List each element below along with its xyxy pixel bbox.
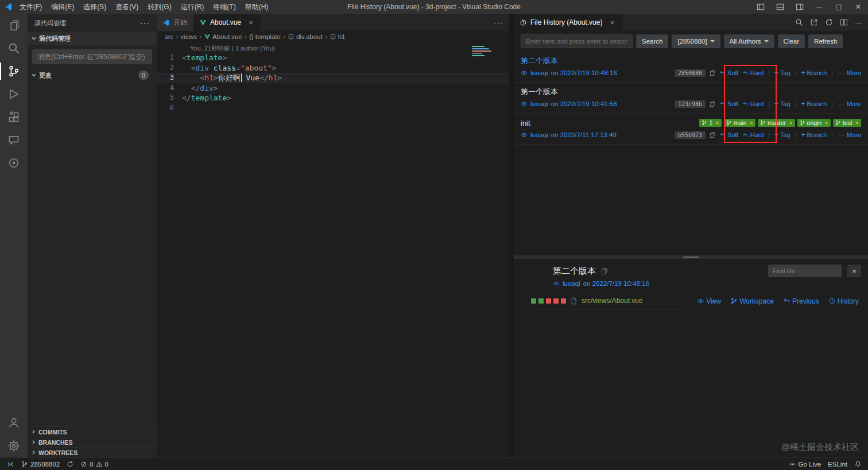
commit-author-link[interactable]: luoaqi on 2022/7/19 10:48:16 xyxy=(521,69,617,76)
breadcrumb-src[interactable]: src xyxy=(165,33,173,40)
detail-author-link[interactable]: luoaqi on 2022/7/19 10:48:16 xyxy=(553,278,868,289)
tab-welcome[interactable]: 开始 xyxy=(157,14,193,31)
commit-row[interactable]: 第二个版本 luoaqi on 2022/7/19 10:48:16 28508… xyxy=(514,52,868,83)
branch-tag[interactable]: master× xyxy=(758,119,795,127)
branch-tag[interactable]: test× xyxy=(833,119,861,127)
changed-file-row[interactable]: src/views/About.vue View Workspace Previ… xyxy=(531,297,859,309)
menu-run[interactable]: 运行(R) xyxy=(176,0,209,14)
authors-filter-dropdown[interactable]: All Authors xyxy=(724,34,774,48)
more-actions-button[interactable]: ···More xyxy=(838,100,861,107)
reset-soft-button[interactable]: Soft xyxy=(719,100,739,107)
run-debug-icon[interactable] xyxy=(0,83,28,106)
branch-indicator[interactable]: 28508802 xyxy=(18,458,63,470)
code-line-current[interactable]: 3 <h1>你好啊 Vue</h1> xyxy=(157,73,509,83)
editor-actions-more-icon[interactable]: ··· xyxy=(494,18,503,27)
minimize-button[interactable]: ─ xyxy=(809,0,829,14)
close-tab-icon[interactable]: × xyxy=(608,18,616,27)
code-editor[interactable]: You, 21秒钟前 | 1 author (You) 1 <template>… xyxy=(157,42,509,113)
view-button[interactable]: View xyxy=(697,297,721,305)
settings-gear-icon[interactable] xyxy=(0,434,28,457)
account-icon[interactable] xyxy=(0,411,28,434)
reset-hard-button[interactable]: Hard xyxy=(742,131,764,138)
file-path-link[interactable]: src/views/About.vue xyxy=(582,297,643,305)
editor-group-splitter[interactable] xyxy=(509,14,514,457)
gitlens-authors-lens[interactable]: You, 21秒钟前 | 1 author (You) xyxy=(157,44,509,53)
menu-file[interactable]: 文件(F) xyxy=(15,0,46,14)
more-actions-button[interactable]: ···More xyxy=(838,69,861,76)
menu-selection[interactable]: 选择(S) xyxy=(79,0,111,14)
create-tag-button[interactable]: +Tag xyxy=(774,100,790,107)
extensions-icon[interactable] xyxy=(0,106,28,129)
copy-icon[interactable] xyxy=(709,100,716,107)
refresh-button[interactable]: Refresh xyxy=(808,34,843,48)
repo-section-header[interactable]: 源代码管理 xyxy=(28,32,157,45)
create-branch-button[interactable]: +Branch xyxy=(801,131,827,138)
minimap[interactable] xyxy=(471,45,499,108)
tag-close-icon[interactable]: × xyxy=(824,119,828,126)
tag-close-icon[interactable]: × xyxy=(855,119,859,126)
branch-tag[interactable]: origin× xyxy=(797,119,831,127)
breadcrumb-file[interactable]: About.vue xyxy=(212,33,242,40)
explorer-icon[interactable] xyxy=(0,14,28,37)
tab-about-vue[interactable]: About.vue × xyxy=(193,14,261,31)
code-line[interactable]: 6 xyxy=(157,103,509,114)
source-control-icon[interactable] xyxy=(0,60,28,83)
toggle-secondary-sidebar-icon[interactable] xyxy=(790,0,809,14)
search-button[interactable]: Search xyxy=(636,34,668,48)
sync-button[interactable] xyxy=(64,458,76,470)
commit-author-link[interactable]: luoaqi on 2022/7/11 17:13:49 xyxy=(521,131,617,138)
menu-help[interactable]: 帮助(H) xyxy=(241,0,273,14)
menu-view[interactable]: 查看(V) xyxy=(111,0,143,14)
workspace-button[interactable]: Workspace xyxy=(730,297,774,305)
code-line[interactable]: 1 <template> xyxy=(157,53,509,63)
branch-tag[interactable]: main× xyxy=(724,119,755,127)
toggle-panel-icon[interactable] xyxy=(770,0,790,14)
sidebar-section-commits[interactable]: COMMITS xyxy=(28,426,157,437)
close-window-button[interactable]: ✕ xyxy=(848,0,868,14)
tab-file-history[interactable]: File History (About.vue) × xyxy=(514,14,622,31)
code-line[interactable]: 5 </template> xyxy=(157,93,509,103)
reset-hard-button[interactable]: Hard xyxy=(742,100,764,107)
remote-indicator[interactable] xyxy=(3,458,17,470)
changes-section-header[interactable]: 更改 0 xyxy=(28,69,157,81)
find-file-input[interactable] xyxy=(768,265,842,277)
breadcrumb-h1[interactable]: h1 xyxy=(338,33,346,40)
split-editor-icon[interactable] xyxy=(840,18,848,26)
copy-icon[interactable] xyxy=(709,69,716,76)
create-tag-button[interactable]: +Tag xyxy=(774,131,790,138)
more-actions-button[interactable]: ···More xyxy=(838,131,861,138)
gitlens-icon[interactable] xyxy=(0,129,28,152)
tag-close-icon[interactable]: × xyxy=(715,119,719,126)
history-button[interactable]: History xyxy=(828,297,859,305)
close-detail-button[interactable]: × xyxy=(847,265,861,277)
gitlens-inspect-icon[interactable] xyxy=(0,152,28,174)
previous-button[interactable]: Previous xyxy=(783,297,819,305)
eslint-status[interactable]: ESLint xyxy=(825,458,850,470)
commit-author-link[interactable]: luoaqi on 2022/7/19 10:41:58 xyxy=(521,100,617,107)
toggle-sidebar-icon[interactable] xyxy=(751,0,770,14)
copy-icon[interactable] xyxy=(600,267,608,275)
notifications-bell-icon[interactable] xyxy=(851,458,865,470)
commit-title[interactable]: 第二个版本 xyxy=(521,56,558,66)
commit-row[interactable]: init 1× main× master× origin× test× luoa… xyxy=(514,114,868,145)
go-live-button[interactable]: Go Live xyxy=(786,458,824,470)
open-file-icon[interactable] xyxy=(810,18,818,26)
tag-close-icon[interactable]: × xyxy=(789,119,792,126)
search-icon[interactable] xyxy=(795,18,803,26)
clear-button[interactable]: Clear xyxy=(778,34,805,48)
sidebar-section-worktrees[interactable]: WORKTREES xyxy=(28,447,157,457)
hash-filter-dropdown[interactable]: [2850880] xyxy=(672,34,720,48)
search-icon[interactable] xyxy=(0,37,28,60)
tag-close-icon[interactable]: × xyxy=(750,119,753,126)
code-line[interactable]: 4 </div> xyxy=(157,83,509,94)
menu-edit[interactable]: 编辑(E) xyxy=(46,0,79,14)
create-branch-button[interactable]: +Branch xyxy=(801,69,827,76)
reset-soft-button[interactable]: Soft xyxy=(719,69,739,76)
code-line[interactable]: 2 <div class="about"> xyxy=(157,63,509,73)
menu-terminal[interactable]: 终端(T) xyxy=(208,0,240,14)
copy-icon[interactable] xyxy=(709,131,716,138)
history-search-input[interactable] xyxy=(521,34,633,48)
reset-soft-button[interactable]: Soft xyxy=(719,131,739,138)
commit-title[interactable]: 第一个版本 xyxy=(521,87,558,97)
problems-indicator[interactable]: 0 0 xyxy=(78,458,111,470)
